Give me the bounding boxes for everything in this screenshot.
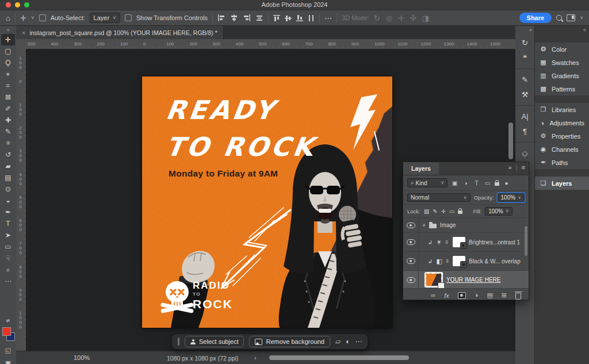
delete-layer-icon[interactable] — [515, 293, 521, 300]
distribute-vertical-icon[interactable] — [308, 14, 315, 22]
tool-move[interactable]: ✛ — [1, 34, 15, 45]
align-right-edges-icon[interactable] — [243, 14, 251, 21]
new-adjustment-layer-icon[interactable]: ◑ — [475, 292, 479, 298]
tool-history-brush[interactable]: ↺ — [1, 149, 15, 160]
tool-object-selection[interactable]: ⌖ — [1, 68, 15, 80]
panel-icon-comments[interactable]: ❝ — [515, 50, 534, 65]
panel-tab-libraries[interactable]: ❐Libraries — [535, 103, 589, 116]
vertical-ruler[interactable]: 10001002003004005006007008009001000 — [16, 49, 26, 351]
taskbar-more-icon[interactable]: ⋯ — [355, 338, 362, 346]
screen-mode-icon[interactable]: ▣ — [0, 359, 16, 364]
distribute-horizontal-icon[interactable] — [255, 14, 263, 21]
adjustment-icon[interactable]: ◐ — [346, 338, 350, 346]
visibility-toggle[interactable] — [403, 252, 419, 270]
layer-row-selected[interactable]: YOUR IMAGE HERE — [403, 271, 529, 288]
taskbar-drag-handle[interactable] — [178, 338, 179, 346]
filter-smart-objects-icon[interactable] — [495, 182, 499, 186]
panel-tab-channels[interactable]: ◉Channels — [535, 143, 589, 156]
panel-icon-brush-settings[interactable]: ✎ — [515, 72, 534, 87]
zoom-level-field[interactable]: 100% — [74, 354, 90, 361]
tool-eyedropper[interactable]: ✐ — [1, 103, 15, 114]
share-button[interactable]: Share — [519, 13, 552, 23]
layer-thumbnail[interactable] — [424, 272, 443, 288]
tool-hand[interactable]: ☟ — [1, 252, 15, 264]
visibility-toggle[interactable] — [403, 233, 419, 251]
auto-select-checkbox[interactable] — [39, 14, 46, 21]
tool-pen[interactable]: ✒ — [1, 206, 15, 218]
group-caret-icon[interactable]: ∨ — [422, 223, 426, 228]
search-icon[interactable] — [556, 15, 562, 21]
tool-clone-stamp[interactable]: ⍟ — [1, 137, 15, 149]
panel-icon-3d[interactable]: ◇ — [515, 145, 534, 160]
opacity-field[interactable]: 100% ∨ — [498, 193, 525, 202]
panel-tab-layers[interactable]: ❏Layers — [535, 177, 589, 190]
home-icon[interactable]: ⌂ — [6, 14, 10, 22]
show-transform-checkbox[interactable] — [125, 14, 132, 21]
add-mask-icon[interactable] — [458, 292, 466, 299]
panel-tab-patterns[interactable]: ▩Patterns — [535, 82, 589, 95]
transform-icon[interactable]: ▱ — [335, 338, 341, 346]
layers-panel-tab[interactable]: Layers — [403, 162, 439, 175]
panel-tab-swatches[interactable]: ▦Swatches — [535, 56, 589, 69]
tool-rectangular-marquee[interactable]: ▢ — [1, 45, 15, 57]
layer-row-group[interactable]: ∨ Image — [403, 218, 529, 233]
panel-tab-paths[interactable]: ✒Paths — [535, 156, 589, 169]
document-tab[interactable]: × instagram_post_square.psd @ 100% (YOUR… — [16, 26, 224, 39]
align-bottom-edges-icon[interactable] — [296, 14, 303, 22]
panel-tab-color[interactable]: ❂Color — [535, 43, 589, 56]
layer-mask-thumbnail[interactable] — [453, 237, 465, 247]
filter-kind-dropdown[interactable]: ⌕ Kind ∨ — [407, 178, 448, 187]
layer-style-icon[interactable]: fx — [444, 292, 449, 299]
layer-row-adjustment-2[interactable]: ↲ ◧ ∞ Black & W... overlap — [403, 252, 529, 271]
tool-path-selection[interactable]: ➤ — [1, 229, 15, 241]
collapse-panels-icon[interactable]: « — [583, 27, 586, 33]
panel-icon-tool-presets[interactable]: ⚒ — [515, 87, 534, 102]
tool-spot-healing[interactable]: ✚ — [1, 114, 15, 126]
tool-dodge[interactable]: ◒ — [1, 195, 15, 206]
tool-eraser[interactable]: ▰ — [1, 160, 15, 172]
collapse-strip-icon[interactable]: « — [529, 27, 532, 33]
select-subject-button[interactable]: Select subject — [185, 336, 244, 347]
black-white-icon[interactable]: ◧ — [436, 258, 442, 265]
lock-transparent-pixels-icon[interactable]: ▨ — [424, 208, 429, 214]
swap-colors-icon[interactable]: ⇄ — [0, 318, 16, 323]
remove-background-button[interactable]: Remove background — [249, 336, 330, 347]
quick-mask-icon[interactable]: ◱ — [0, 347, 16, 354]
filter-shape-layers-icon[interactable]: ▭ — [484, 180, 491, 186]
lock-all-icon[interactable] — [458, 210, 462, 214]
blend-mode-dropdown[interactable]: Normal ∨ — [407, 193, 471, 202]
status-chevron-icon[interactable]: › — [254, 354, 257, 361]
more-options-icon[interactable]: ⋯ — [324, 14, 332, 22]
new-layer-icon[interactable]: ⊞ — [502, 292, 507, 298]
panel-tab-properties[interactable]: ⚙Properties — [535, 129, 589, 143]
layer-mask-thumbnail[interactable] — [453, 256, 465, 266]
foreground-color-swatch[interactable] — [2, 327, 11, 336]
align-top-edges-icon[interactable] — [273, 14, 280, 22]
auto-select-dropdown[interactable]: Layer ∨ — [90, 13, 120, 23]
collapse-tools-icon[interactable]: » — [0, 26, 16, 34]
tool-frame[interactable]: ⊠ — [1, 91, 15, 103]
new-group-icon[interactable]: ▤ — [487, 292, 492, 298]
filter-toggle-icon[interactable]: ● — [503, 180, 510, 186]
panel-icon-history[interactable]: ↻ — [515, 35, 534, 50]
align-vertical-centers-icon[interactable] — [285, 14, 292, 22]
tool-crop[interactable]: ⌗ — [1, 80, 15, 91]
panel-menu-icon[interactable]: ≡ — [522, 164, 525, 171]
visibility-toggle[interactable] — [403, 218, 419, 232]
fill-field[interactable]: 100% ∨ — [485, 207, 512, 216]
tool-blur[interactable]: ⊙ — [1, 183, 15, 195]
tool-zoom[interactable]: ⌕ — [1, 264, 15, 275]
filter-adjustment-layers-icon[interactable]: ◑ — [462, 180, 469, 186]
canvas-vertical-scrollbar[interactable] — [508, 122, 513, 159]
tool-brush[interactable]: ✎ — [1, 126, 15, 137]
tool-gradient[interactable]: ▤ — [1, 172, 15, 183]
panel-icon-paragraph[interactable]: ¶ — [515, 124, 534, 139]
lock-artboard-icon[interactable]: ▭ — [449, 208, 454, 214]
align-left-edges-icon[interactable] — [217, 14, 225, 21]
panel-tab-gradients[interactable]: ▥Gradients — [535, 69, 589, 82]
panel-icon-character[interactable]: A| — [515, 109, 534, 124]
layer-row-adjustment-1[interactable]: ↲ ☀ ∞ Brightnes...ontrast 1 — [403, 233, 529, 252]
tool-rectangle[interactable]: ▭ — [1, 241, 15, 252]
tool-lasso[interactable]: Ϙ — [1, 57, 15, 68]
document-canvas[interactable]: READY TO ROCK Monday to Friday at 9AM RA… — [142, 76, 392, 328]
